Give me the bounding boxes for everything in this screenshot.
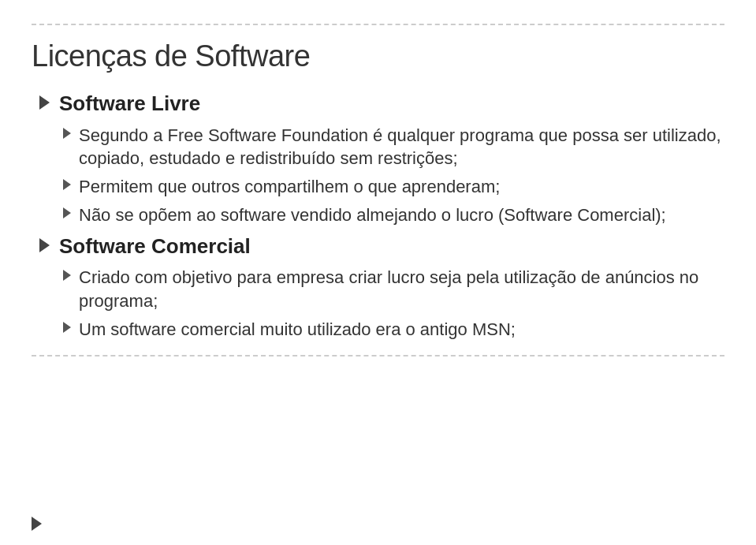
section-title-software-livre: Software Livre (59, 91, 200, 118)
list-item: Criado com objetivo para empresa criar l… (63, 266, 724, 312)
list-item: Permitem que outros compartilhem o que a… (63, 175, 724, 199)
bottom-triangle-icon (32, 517, 42, 531)
bullet-icon-l2-3 (63, 207, 71, 218)
bullet-icon-l2-5 (63, 322, 71, 333)
bullet-icon-l2-1 (63, 128, 71, 139)
item-um-text: Um software comercial muito utilizado er… (79, 318, 516, 342)
list-item: Não se opõem ao software vendido almejan… (63, 203, 724, 227)
top-border (32, 24, 724, 25)
slide-title: Licenças de Software (32, 39, 724, 73)
section-software-comercial: Software Comercial (39, 233, 724, 260)
list-item: Um software comercial muito utilizado er… (63, 318, 724, 342)
bullet-icon-l2-2 (63, 179, 71, 190)
slide-container: Licenças de Software Software Livre Segu… (0, 0, 756, 545)
software-comercial-items: Criado com objetivo para empresa criar l… (63, 266, 724, 341)
item-nao-text: Não se opõem ao software vendido almejan… (79, 203, 666, 227)
section-software-livre: Software Livre (39, 91, 724, 118)
list-item: Segundo a Free Software Foundation é qua… (63, 124, 724, 170)
software-livre-items: Segundo a Free Software Foundation é qua… (63, 124, 724, 227)
bullet-icon-l1-1 (39, 95, 50, 110)
item-foundation-text: Segundo a Free Software Foundation é qua… (79, 124, 724, 170)
bottom-border (32, 355, 724, 356)
content-area: Software Livre Segundo a Free Software F… (32, 91, 724, 341)
item-criado-text: Criado com objetivo para empresa criar l… (79, 266, 724, 312)
item-permitem-text: Permitem que outros compartilhem o que a… (79, 175, 500, 199)
bullet-icon-l2-4 (63, 270, 71, 281)
bullet-icon-l1-2 (39, 238, 50, 252)
section-title-software-comercial: Software Comercial (59, 233, 251, 260)
